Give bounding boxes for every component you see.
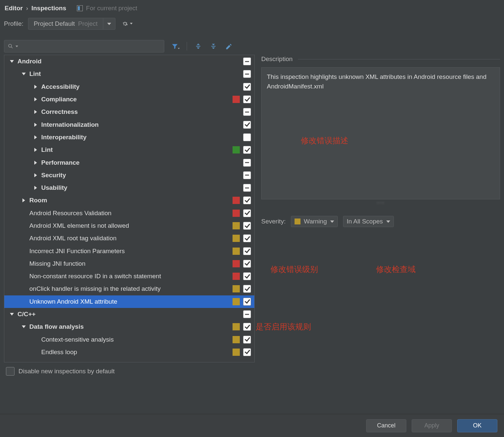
disclosure-down-icon[interactable] — [21, 73, 27, 75]
severity-swatch — [233, 146, 240, 153]
tree-row[interactable]: Lint — [4, 144, 254, 156]
disclosure-right-icon[interactable] — [33, 173, 39, 177]
severity-swatch — [233, 285, 240, 292]
disclosure-down-icon[interactable] — [9, 313, 15, 316]
search-icon — [8, 43, 14, 49]
inspection-checkbox[interactable] — [243, 146, 251, 154]
breadcrumb-editor[interactable]: Editor — [5, 5, 23, 12]
disclosure-right-icon[interactable] — [33, 186, 39, 190]
tree-row[interactable]: Unknown Android XML attribute — [4, 295, 254, 308]
tree-row[interactable]: C/C++ — [4, 308, 254, 320]
tree-row[interactable]: Correctness — [4, 106, 254, 118]
tree-row-label: Usability — [41, 184, 243, 191]
tree-row-label: Missing JNI function — [29, 260, 233, 267]
disclosure-right-icon[interactable] — [21, 198, 27, 202]
inspection-checkbox[interactable] — [243, 83, 251, 91]
tree-row[interactable]: Accessibility — [4, 81, 254, 93]
inspection-checkbox[interactable] — [243, 184, 251, 192]
tree-row[interactable]: Incorrect JNI Function Parameters — [4, 245, 254, 257]
inspection-checkbox[interactable] — [243, 95, 251, 103]
tree-row-label: Internationalization — [41, 121, 243, 128]
apply-button[interactable]: Apply — [412, 419, 452, 432]
tree-row[interactable]: onClick handler is missing in the relate… — [4, 283, 254, 295]
inspection-checkbox[interactable] — [243, 70, 251, 78]
disclosure-right-icon[interactable] — [33, 135, 39, 139]
inspection-checkbox[interactable] — [243, 108, 251, 116]
tree-row[interactable]: Interoperability — [4, 131, 254, 144]
tree-row[interactable]: Android XML root tag validation — [4, 232, 254, 245]
profile-select[interactable]: Project Default Project — [28, 18, 115, 30]
severity-swatch — [233, 197, 240, 204]
inspection-checkbox[interactable] — [243, 247, 251, 255]
inspection-checkbox[interactable] — [243, 285, 251, 293]
inspection-checkbox[interactable] — [243, 260, 251, 268]
inspection-checkbox[interactable] — [243, 171, 251, 179]
profile-label: Profile: — [4, 20, 23, 27]
filter-icon[interactable] — [171, 42, 180, 51]
inspection-checkbox[interactable] — [243, 323, 251, 331]
inspection-checkbox[interactable] — [243, 336, 251, 344]
disclosure-right-icon[interactable] — [33, 123, 39, 127]
collapse-all-icon[interactable] — [209, 42, 218, 51]
search-field[interactable] — [20, 43, 161, 50]
inspection-checkbox[interactable] — [243, 159, 251, 167]
tree-row[interactable]: Endless loop — [4, 346, 254, 358]
inspection-checkbox[interactable] — [243, 234, 251, 242]
disable-new-row[interactable]: Disable new inspections by default — [4, 362, 255, 380]
tree-row[interactable]: Internationalization — [4, 118, 254, 131]
inspection-checkbox[interactable] — [243, 133, 251, 141]
disclosure-right-icon[interactable] — [33, 110, 39, 114]
cancel-button[interactable]: Cancel — [366, 419, 406, 432]
disclosure-right-icon[interactable] — [33, 148, 39, 152]
inspection-checkbox[interactable] — [243, 310, 251, 318]
disclosure-down-icon[interactable] — [9, 60, 15, 63]
tree-row[interactable]: Compliance — [4, 93, 254, 106]
reset-icon[interactable] — [224, 42, 233, 51]
tree-row-label: Correctness — [41, 108, 243, 116]
breadcrumb-inspections[interactable]: Inspections — [31, 5, 66, 12]
scope-select[interactable]: In All Scopes — [343, 216, 394, 227]
tree-row[interactable]: Android XML element is not allowed — [4, 219, 254, 232]
ok-button[interactable]: OK — [457, 419, 497, 432]
tree-row-label: Context-sensitive analysis — [41, 336, 233, 343]
disclosure-right-icon[interactable] — [33, 85, 39, 89]
tree-row-label: Incorrect JNI Function Parameters — [29, 248, 233, 255]
description-title: Description — [261, 55, 293, 63]
inspection-checkbox[interactable] — [243, 121, 251, 129]
inspection-checkbox[interactable] — [243, 57, 251, 65]
tree-row[interactable]: Performance — [4, 156, 254, 169]
tree-row[interactable]: Android Resources Validation — [4, 207, 254, 219]
tree-row[interactable]: Room — [4, 194, 254, 207]
expand-all-icon[interactable] — [194, 42, 203, 51]
tree-row[interactable]: Usability — [4, 182, 254, 194]
tree-row[interactable]: Data flow analysis — [4, 320, 254, 333]
tree-row[interactable]: Android — [4, 55, 254, 68]
tree-row[interactable]: Context-sensitive analysis — [4, 333, 254, 346]
inspection-checkbox[interactable] — [243, 272, 251, 280]
severity-swatch — [233, 298, 240, 305]
tree-row-label: Android XML root tag validation — [29, 235, 233, 242]
chevron-down-icon[interactable] — [103, 18, 115, 29]
disclosure-down-icon[interactable] — [21, 325, 27, 328]
search-options-icon[interactable] — [16, 46, 18, 47]
scope-value: In All Scopes — [347, 218, 383, 225]
tree-row-label: Security — [41, 172, 243, 179]
inspection-checkbox[interactable] — [243, 222, 251, 230]
inspection-checkbox[interactable] — [243, 209, 251, 217]
gear-icon[interactable] — [122, 21, 128, 27]
inspections-tree[interactable]: AndroidLintAccessibilityComplianceCorrec… — [4, 55, 255, 362]
disable-new-checkbox[interactable] — [6, 367, 15, 376]
tree-row[interactable]: Lint — [4, 68, 254, 80]
inspection-checkbox[interactable] — [243, 298, 251, 306]
tree-row[interactable]: Security — [4, 169, 254, 182]
severity-select[interactable]: Warning — [291, 216, 338, 227]
inspection-checkbox[interactable] — [243, 196, 251, 204]
resize-grip[interactable]: :::::: — [261, 201, 500, 205]
disclosure-right-icon[interactable] — [33, 97, 39, 101]
tree-row[interactable]: Non-constant resource ID in a switch sta… — [4, 270, 254, 283]
inspection-checkbox[interactable] — [243, 348, 251, 356]
tree-row[interactable]: Missing JNI function — [4, 257, 254, 270]
tree-row-label: Endless loop — [41, 349, 233, 356]
search-input[interactable] — [4, 40, 164, 52]
disclosure-right-icon[interactable] — [33, 161, 39, 165]
